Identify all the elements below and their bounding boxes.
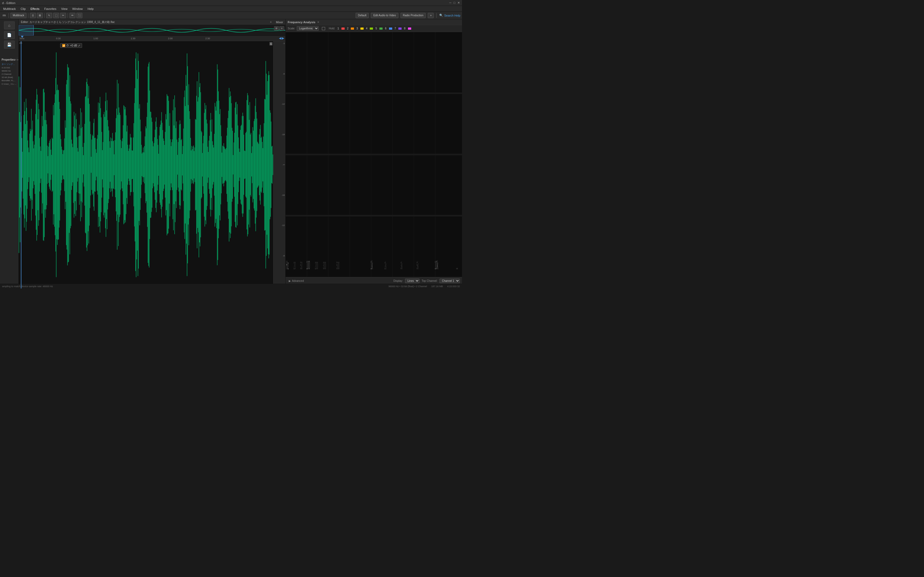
svg-rect-97 (74, 116, 75, 214)
sidebar-home-btn[interactable]: ⌂ (4, 21, 15, 29)
toolbar-pencil-btn[interactable]: ✏ (69, 13, 75, 18)
close-btn[interactable]: ✕ (457, 1, 460, 5)
hold-7[interactable]: 7 (394, 27, 397, 30)
svg-rect-422 (267, 95, 267, 235)
ruler-nav-right[interactable]: ▶ (282, 36, 284, 40)
hold-8[interactable]: 8 (403, 27, 406, 30)
svg-rect-396 (251, 153, 252, 177)
svg-rect-410 (260, 129, 260, 201)
display-select[interactable]: Lines Bars Area (405, 279, 420, 283)
toolbar-select-btn[interactable]: ⬚ (53, 13, 59, 18)
waveform-top[interactable]: dB 📶 ⏱ +0 dB ⤢ 1 (19, 41, 285, 288)
search-help-button[interactable]: 🔍 Search Help (439, 14, 460, 17)
expand-icon[interactable]: ⤢ (78, 44, 80, 47)
svg-rect-0 (19, 25, 285, 35)
svg-rect-423 (267, 81, 268, 248)
svg-rect-245 (162, 122, 163, 207)
menu-clip[interactable]: Clip (18, 7, 28, 11)
svg-rect-382 (243, 116, 244, 213)
hold-5[interactable]: 5 (375, 27, 378, 30)
overview-list-icon[interactable]: ≡ (279, 26, 284, 31)
svg-rect-318 (205, 109, 205, 221)
svg-rect-233 (155, 130, 155, 200)
svg-rect-384 (244, 151, 245, 179)
svg-rect-179 (123, 125, 124, 205)
editor-menu-icon[interactable]: ≡ (270, 21, 271, 24)
svg-rect-64 (55, 94, 55, 235)
svg-rect-54 (49, 143, 50, 187)
toolbar-icon-1[interactable]: ⎙ (30, 13, 36, 18)
svg-rect-263 (173, 110, 173, 219)
minimize-btn[interactable]: ─ (449, 1, 452, 5)
svg-rect-86 (68, 67, 68, 262)
svg-rect-149 (105, 101, 106, 228)
svg-rect-32 (36, 100, 36, 230)
hold-3[interactable]: 3 (355, 27, 359, 30)
ruler-nav-left[interactable]: ◀ (279, 36, 281, 40)
menu-multitrack[interactable]: Multitrack (1, 7, 18, 11)
freq-menu-icon[interactable]: ≡ (318, 21, 319, 24)
svg-rect-229 (152, 141, 153, 188)
toolbar-cut-btn[interactable]: ✂ (60, 13, 66, 18)
svg-rect-170 (118, 115, 118, 214)
menu-favorites[interactable]: Favorites (42, 7, 58, 11)
svg-rect-215 (144, 146, 145, 184)
svg-rect-208 (140, 120, 141, 210)
maximize-btn[interactable]: □ (454, 1, 455, 5)
toolbar-multitrack-btn[interactable]: Multitrack (10, 13, 27, 18)
sidebar-save-btn[interactable]: 💾 (4, 40, 15, 48)
svg-rect-390 (248, 95, 249, 234)
svg-rect-107 (80, 108, 81, 221)
toolbar-icon-2[interactable]: ⊞ (37, 13, 43, 18)
hold-6[interactable]: 6 (384, 27, 388, 30)
menu-help[interactable]: Help (85, 7, 96, 11)
overview-zoom-icon[interactable]: ⊞ (274, 26, 279, 31)
svg-rect-106 (80, 136, 80, 193)
svg-rect-286 (186, 86, 187, 243)
hold-4[interactable]: 4 (365, 27, 368, 30)
scale-select[interactable]: Logarithmic Linear (297, 26, 319, 31)
props-menu-icon[interactable]: ≡ (15, 58, 16, 61)
props-expand-icon[interactable]: » (17, 58, 18, 61)
edit-audio-to-video-btn[interactable]: Edit Audio to Video (371, 13, 398, 18)
more-workspaces-btn[interactable]: » (428, 13, 434, 18)
svg-rect-414 (262, 142, 263, 187)
svg-rect-76 (62, 150, 63, 180)
svg-rect-211 (142, 153, 142, 176)
toolbar-arrow-btn[interactable]: ↖ (46, 13, 52, 18)
hold-1[interactable]: 1 (337, 27, 340, 30)
svg-rect-247 (163, 139, 164, 191)
svg-rect-93 (72, 144, 73, 186)
svg-rect-321 (207, 123, 207, 206)
svg-rect-252 (166, 119, 166, 210)
svg-rect-199 (135, 88, 135, 242)
waveform-svg-top (19, 41, 273, 288)
svg-rect-48 (45, 112, 46, 218)
svg-rect-317 (205, 103, 205, 227)
toolbar-mode-rm[interactable]: rm (2, 14, 7, 17)
menu-window[interactable]: Window (70, 7, 85, 11)
svg-rect-124 (90, 134, 91, 195)
svg-rect-14 (25, 124, 26, 205)
svg-rect-234 (155, 121, 156, 208)
sidebar-file-btn[interactable]: 📄 (4, 31, 15, 39)
hold-2[interactable]: 2 (346, 27, 349, 30)
toolbar-paint-btn[interactable]: ⬛ (76, 13, 82, 18)
top-channel-select[interactable]: Channel 1 Channel 2 (439, 279, 460, 283)
svg-rect-310 (200, 92, 201, 237)
status-info: 96000 Hz • 32-bit (float) • 2 Channel (388, 285, 427, 288)
svg-rect-339 (218, 69, 218, 260)
menu-view[interactable]: View (59, 7, 70, 11)
radio-production-btn[interactable]: Radio Production (401, 13, 426, 18)
mixer-label[interactable]: Mixer (276, 21, 283, 24)
svg-rect-173 (119, 113, 120, 217)
svg-rect-221 (148, 66, 149, 263)
status-bar: ampling to match device sample rate: 480… (0, 284, 462, 288)
hold-label: Hold: (329, 27, 335, 30)
default-btn[interactable]: Default (355, 13, 369, 18)
svg-rect-101 (77, 137, 77, 192)
advanced-toggle-btn[interactable]: ▶ Advanced (288, 279, 305, 283)
svg-rect-258 (170, 113, 170, 216)
svg-rect-255 (168, 96, 168, 233)
menu-effects[interactable]: Effects (28, 7, 42, 11)
